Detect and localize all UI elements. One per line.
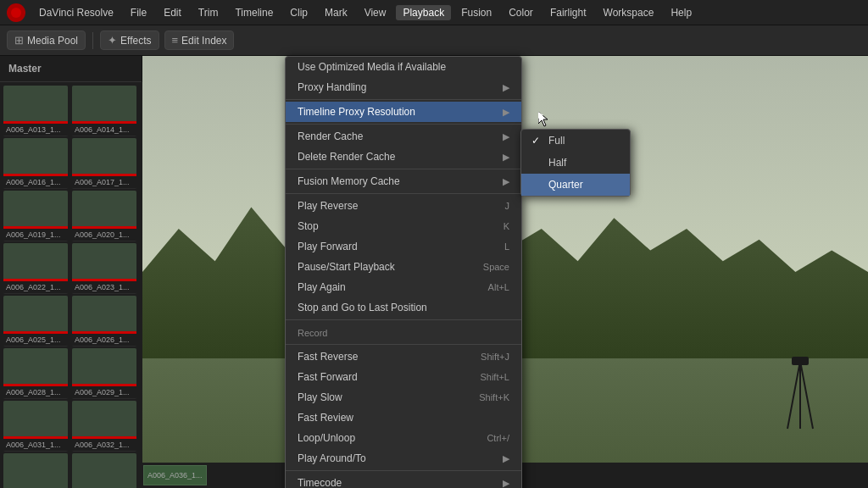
thumb-label: A006_A031_1... xyxy=(3,439,68,451)
effects-button[interactable]: ✦ Effects xyxy=(100,30,159,50)
menu-loop-unloop[interactable]: Loop/Unloop Ctrl+/ xyxy=(286,428,521,448)
menu-play-again[interactable]: Play Again Alt+L xyxy=(286,277,521,297)
list-item[interactable]: A006_A034_1... xyxy=(3,453,68,488)
menu-record-header: Record xyxy=(286,322,521,342)
menu-help[interactable]: Help xyxy=(664,5,698,20)
list-item[interactable]: A006_A020_1... xyxy=(72,191,136,241)
menu-color[interactable]: Color xyxy=(502,5,540,20)
list-item[interactable]: A006_A032_1... xyxy=(72,401,136,452)
thumb-label: A006_A016_1... xyxy=(3,176,68,188)
menu-render-cache[interactable]: Render Cache ▶ xyxy=(286,126,521,147)
shortcut-label: Shift+K xyxy=(479,392,509,402)
menu-edit[interactable]: Edit xyxy=(157,5,188,20)
menu-item-label: Play Reverse xyxy=(298,200,505,212)
menu-view[interactable]: View xyxy=(358,5,393,20)
shortcut-label: L xyxy=(504,241,509,252)
menu-delete-render-cache[interactable]: Delete Render Cache ▶ xyxy=(286,147,521,167)
menu-playback[interactable]: Playback xyxy=(396,5,451,20)
media-pool-button[interactable]: ⊞ Media Pool xyxy=(7,30,86,50)
menu-play-slow[interactable]: Play Slow Shift+K xyxy=(286,387,521,408)
menu-timeline[interactable]: Timeline xyxy=(228,5,280,20)
menu-separator xyxy=(286,193,521,194)
menu-play-reverse[interactable]: Play Reverse J xyxy=(286,196,521,216)
thumb-image xyxy=(3,191,68,229)
menu-item-label: Use Optimized Media if Available xyxy=(298,61,509,73)
effects-label: Effects xyxy=(120,35,151,47)
shortcut-label: J xyxy=(505,201,510,211)
timeline-clip-label: A006_A036_1... xyxy=(147,471,203,480)
menu-separator xyxy=(286,344,521,345)
menu-item-label: Timecode xyxy=(298,477,503,488)
list-item[interactable]: A006_A019_1... xyxy=(3,191,68,241)
list-item[interactable]: A006_A026_1... xyxy=(72,296,136,347)
menu-proxy-handling[interactable]: Proxy Handling ▶ xyxy=(286,77,521,97)
menu-mark[interactable]: Mark xyxy=(318,5,354,20)
list-item[interactable]: A006_A016_1... xyxy=(3,138,68,189)
menu-fast-review[interactable]: Fast Review xyxy=(286,408,521,428)
media-grid: A006_A013_1... A006_A014_1... A006_A016_… xyxy=(0,82,142,488)
list-item[interactable]: A006_A035_1... xyxy=(72,453,136,488)
proxy-quarter-option[interactable]: Quarter xyxy=(521,174,630,196)
menu-separator xyxy=(286,319,521,320)
toolbar: ⊞ Media Pool ✦ Effects ≡ Edit Index xyxy=(0,25,868,56)
menu-play-forward[interactable]: Play Forward L xyxy=(286,236,521,257)
media-pool-icon: ⊞ xyxy=(14,34,24,47)
list-item[interactable]: A006_A029_1... xyxy=(72,348,136,399)
menu-stop[interactable]: Stop K xyxy=(286,216,521,236)
menu-timecode[interactable]: Timecode ▶ xyxy=(286,473,521,488)
menu-fusion-memory-cache[interactable]: Fusion Memory Cache ▶ xyxy=(286,171,521,191)
menu-workspace[interactable]: Workspace xyxy=(597,5,661,20)
menu-clip[interactable]: Clip xyxy=(283,5,314,20)
svg-point-0 xyxy=(11,8,21,18)
proxy-quarter-label: Quarter xyxy=(548,179,583,191)
menu-item-label: Stop xyxy=(298,220,504,232)
menu-item-label: Play Slow xyxy=(298,391,479,403)
shortcut-label: Ctrl+/ xyxy=(487,433,509,443)
proxy-full-option[interactable]: ✓ Full xyxy=(521,130,630,152)
thumb-label: A006_A014_1... xyxy=(72,124,136,136)
edit-index-button[interactable]: ≡ Edit Index xyxy=(164,30,235,50)
thumb-label: A006_A026_1... xyxy=(72,334,136,346)
media-pool-label: Media Pool xyxy=(27,35,78,47)
thumb-image xyxy=(3,86,68,124)
menu-trim[interactable]: Trim xyxy=(192,5,225,20)
list-item[interactable]: A006_A025_1... xyxy=(3,296,68,347)
menu-fusion[interactable]: Fusion xyxy=(454,5,498,20)
thumb-image xyxy=(72,86,136,124)
menu-separator xyxy=(286,169,521,169)
list-item[interactable]: A006_A017_1... xyxy=(72,138,136,189)
shortcut-label: K xyxy=(504,221,509,231)
list-item[interactable]: A006_A014_1... xyxy=(72,86,136,136)
thumb-label: A006_A028_1... xyxy=(3,386,68,398)
menu-item-label: Play Around/To xyxy=(298,452,503,464)
menu-file[interactable]: File xyxy=(124,5,153,20)
menu-item-label: Render Cache xyxy=(298,130,503,142)
arrow-icon: ▶ xyxy=(503,82,509,93)
proxy-half-option[interactable]: Half xyxy=(521,152,630,174)
main-layout: Master A006_A013_1... A006_A014_1... A00… xyxy=(0,56,868,488)
menu-fast-forward[interactable]: Fast Forward Shift+L xyxy=(286,367,521,387)
menu-use-optimized-media[interactable]: Use Optimized Media if Available xyxy=(286,57,521,77)
menu-stop-goto-last[interactable]: Stop and Go to Last Position xyxy=(286,297,521,318)
list-item[interactable]: A006_A023_1... xyxy=(72,243,136,294)
arrow-icon: ▶ xyxy=(503,152,509,163)
menu-item-label: Timeline Proxy Resolution xyxy=(298,106,503,118)
thumb-image xyxy=(3,296,68,334)
menu-item-label: Delete Render Cache xyxy=(298,151,503,163)
menu-davinci-resolve[interactable]: DaVinci Resolve xyxy=(32,5,120,20)
menu-item-label: Fast Review xyxy=(298,412,509,424)
menu-fast-reverse[interactable]: Fast Reverse Shift+J xyxy=(286,347,521,367)
timeline-clip[interactable]: A006_A036_1... xyxy=(143,465,207,485)
menu-timeline-proxy-resolution[interactable]: Timeline Proxy Resolution ▶ xyxy=(286,102,521,122)
toolbar-separator-1 xyxy=(92,32,93,49)
menu-pause-start-playback[interactable]: Pause/Start Playback Space xyxy=(286,257,521,277)
menu-play-around-to[interactable]: Play Around/To ▶ xyxy=(286,448,521,469)
list-item[interactable]: A006_A013_1... xyxy=(3,86,68,136)
thumb-label: A006_A025_1... xyxy=(3,334,68,346)
list-item[interactable]: A006_A022_1... xyxy=(3,243,68,294)
list-item[interactable]: A006_A028_1... xyxy=(3,348,68,399)
list-item[interactable]: A006_A031_1... xyxy=(3,401,68,452)
thumb-label: A006_A032_1... xyxy=(72,439,136,451)
sidebar-header: Master xyxy=(0,56,142,82)
menu-fairlight[interactable]: Fairlight xyxy=(543,5,593,20)
